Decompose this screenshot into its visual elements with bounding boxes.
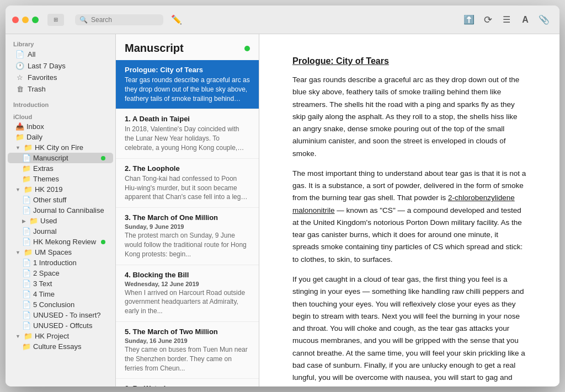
sync-button[interactable]: ⟳ bbox=[479, 12, 497, 28]
minimize-button[interactable] bbox=[22, 17, 29, 23]
doc-item-ch5-title: 5. The March of Two Million bbox=[125, 327, 250, 336]
chevron-down-icon: ▼ bbox=[15, 145, 20, 151]
sidebar-item-trash-label: Trash bbox=[28, 85, 105, 93]
sidebar-item-other-stuff-label: Other stuff bbox=[33, 196, 66, 204]
doc-item-ch2[interactable]: 2. The Loophole Chan Tong-kai had confes… bbox=[116, 159, 259, 208]
unused-offcuts-icon: 📄 bbox=[22, 321, 31, 330]
sidebar-item-extras[interactable]: 📁 Extras bbox=[8, 163, 113, 174]
sidebar-item-themes[interactable]: 📁 Themes bbox=[8, 174, 113, 184]
sidebar-item-5-conclusion[interactable]: 📄 5 Conclusion bbox=[8, 299, 113, 310]
sidebar-item-other-stuff[interactable]: 📄 Other stuff bbox=[8, 195, 113, 205]
sidebar-item-all[interactable]: 📄 All bbox=[8, 49, 113, 60]
um-spaces-icon: 📁 bbox=[24, 248, 33, 256]
chemical-term: 2-chlorobenzylidene malononitrile bbox=[292, 194, 515, 214]
doc-item-ch3-subtitle: Sunday, 9 June 2019 bbox=[125, 223, 250, 230]
chevron-down-icon-2: ▼ bbox=[15, 187, 20, 192]
main-window: ⊞ 🔍 ✏️ ⬆️ ⟳ ☰ A 📎 bbox=[6, 6, 559, 386]
sidebar-item-manuscript[interactable]: 📄 Manuscript bbox=[8, 153, 113, 163]
doc-item-ch3[interactable]: 3. The March of One Million Sunday, 9 Ju… bbox=[116, 208, 259, 265]
chevron-right-icon: ▶ bbox=[22, 218, 26, 224]
zoom-button[interactable] bbox=[32, 17, 39, 23]
doc-item-prologue[interactable]: Prologue: City of Tears Tear gas rounds … bbox=[116, 60, 259, 109]
manuscript-icon: 📄 bbox=[22, 154, 31, 162]
doc-item-ch4[interactable]: 4. Blocking the Bill Wednesday, 12 June … bbox=[116, 265, 259, 322]
doc-item-ch5-preview: They came on buses from Tuen Mun near th… bbox=[125, 345, 250, 373]
introduction-label: Introduction bbox=[6, 99, 115, 109]
sidebar-item-3-text[interactable]: 📄 3 Text bbox=[8, 278, 113, 289]
inbox-icon: 📥 bbox=[15, 122, 24, 131]
share-icon: ⬆️ bbox=[463, 14, 475, 25]
doc-item-ch3-title: 3. The March of One Million bbox=[125, 213, 250, 222]
share-button[interactable]: ⬆️ bbox=[460, 12, 478, 28]
unused-to-insert-icon: 📄 bbox=[22, 311, 31, 319]
sidebar-toggle-icon: ⊞ bbox=[54, 17, 58, 23]
sidebar-item-hk2019[interactable]: ▼ 📁 HK 2019 bbox=[8, 184, 113, 195]
search-icon: 🔍 bbox=[79, 16, 88, 24]
hk-mekong-review-badge bbox=[101, 240, 105, 244]
sidebar-item-unused-to-insert[interactable]: 📄 UNUSED - To insert? bbox=[8, 310, 113, 320]
document-list: Manuscript Prologue: City of Tears Tear … bbox=[116, 34, 259, 386]
daily-icon: 📁 bbox=[15, 133, 24, 141]
doc-item-ch3-preview: The protest march on Sunday, 9 June woul… bbox=[125, 231, 250, 259]
used-icon: 📁 bbox=[29, 217, 38, 225]
sidebar-item-daily[interactable]: 📁 Daily bbox=[8, 132, 113, 142]
sidebar-item-um-spaces[interactable]: ▼ 📁 UM Spaces bbox=[8, 247, 113, 257]
doc-item-ch6[interactable]: 6. Be Water! Friday, 21 June 2019 In the… bbox=[116, 379, 259, 386]
attach-button[interactable]: 📎 bbox=[535, 12, 553, 28]
chevron-down-icon-4: ▼ bbox=[15, 334, 20, 339]
editor[interactable]: Prologue: City of Tears Tear gas rounds … bbox=[259, 34, 559, 386]
sidebar-item-um-spaces-label: UM Spaces bbox=[35, 248, 72, 256]
list-view-button[interactable]: ☰ bbox=[498, 12, 515, 28]
search-input[interactable] bbox=[91, 16, 159, 24]
doc-item-ch1[interactable]: 1. A Death in Taipei In 2018, Valentine'… bbox=[116, 109, 259, 158]
font-button[interactable]: A bbox=[516, 12, 534, 28]
sidebar-item-5-conclusion-label: 5 Conclusion bbox=[33, 300, 74, 309]
sidebar-item-used[interactable]: ▶ 📁 Used bbox=[8, 216, 113, 226]
themes-icon: 📁 bbox=[22, 175, 31, 183]
sidebar-item-hk-city-on-fire[interactable]: ▼ 📁 HK City on Fire bbox=[8, 142, 113, 153]
doc-item-ch4-preview: When I arrived on Harcourt Road outside … bbox=[125, 288, 250, 316]
sidebar-item-journal-label: Journal bbox=[33, 227, 57, 235]
sidebar-item-journal-to-cannibalise-label: Journal to Cannibalise bbox=[33, 206, 104, 214]
icloud-label: iCloud bbox=[6, 111, 115, 121]
sidebar-item-all-label: All bbox=[28, 50, 105, 58]
sidebar-item-extras-label: Extras bbox=[33, 164, 54, 173]
sidebar-item-hk-project[interactable]: ▼ 📁 HK Project bbox=[8, 331, 113, 341]
sidebar-item-last7-label: Last 7 Days bbox=[28, 62, 105, 70]
doclist-badge bbox=[244, 46, 250, 51]
sidebar-item-favorites-label: Favorites bbox=[28, 73, 105, 82]
sidebar-toggle-button[interactable]: ⊞ bbox=[47, 14, 64, 26]
sidebar-item-2-space[interactable]: 📄 2 Space bbox=[8, 268, 113, 278]
sidebar-item-journal[interactable]: 📄 Journal bbox=[8, 226, 113, 237]
sidebar-item-trash[interactable]: 🗑 Trash bbox=[8, 83, 113, 95]
sidebar-item-culture-essays[interactable]: 📁 Culture Essays bbox=[8, 341, 113, 352]
sidebar-item-introduction[interactable]: 📄 1 Introduction bbox=[8, 257, 113, 268]
editor-paragraph-1: Tear gas rounds describe a graceful arc … bbox=[292, 74, 526, 160]
5-conclusion-icon: 📄 bbox=[22, 300, 31, 309]
sidebar-item-4-time[interactable]: 📄 4 Time bbox=[8, 289, 113, 299]
4-time-icon: 📄 bbox=[22, 290, 31, 298]
sidebar-item-2-space-label: 2 Space bbox=[33, 269, 60, 277]
doc-item-ch5[interactable]: 5. The March of Two Million Sunday, 16 J… bbox=[116, 322, 259, 379]
extras-icon: 📁 bbox=[22, 164, 31, 173]
sidebar-item-unused-offcuts[interactable]: 📄 UNUSED - Offcuts bbox=[8, 320, 113, 331]
sidebar-item-inbox[interactable]: 📥 Inbox bbox=[8, 121, 113, 132]
list-view-icon: ☰ bbox=[503, 14, 510, 25]
close-button[interactable] bbox=[12, 17, 19, 23]
sidebar-item-journal-to-cannibalise[interactable]: 📄 Journal to Cannibalise bbox=[8, 205, 113, 216]
compose-icon: ✏️ bbox=[171, 14, 182, 25]
compose-button[interactable]: ✏️ bbox=[168, 12, 185, 28]
culture-essays-icon: 📁 bbox=[22, 342, 31, 351]
journal-icon: 📄 bbox=[22, 227, 31, 235]
hk-mekong-review-icon: 📄 bbox=[22, 238, 31, 246]
font-icon: A bbox=[522, 15, 529, 25]
search-bar[interactable]: 🔍 bbox=[75, 14, 163, 25]
hk2019-icon: 📁 bbox=[24, 185, 33, 194]
doc-item-ch4-subtitle: Wednesday, 12 June 2019 bbox=[125, 281, 250, 287]
sidebar-item-introduction-label: 1 Introduction bbox=[33, 259, 77, 267]
sidebar-item-favorites[interactable]: ☆ Favorites bbox=[8, 72, 113, 83]
sidebar-item-last7[interactable]: 🕐 Last 7 Days bbox=[8, 60, 113, 72]
sidebar-item-hk-mekong-review[interactable]: 📄 HK Mekong Review bbox=[8, 237, 113, 247]
doc-item-ch4-title: 4. Blocking the Bill bbox=[125, 271, 250, 279]
introduction-icon: 📄 bbox=[22, 259, 31, 267]
